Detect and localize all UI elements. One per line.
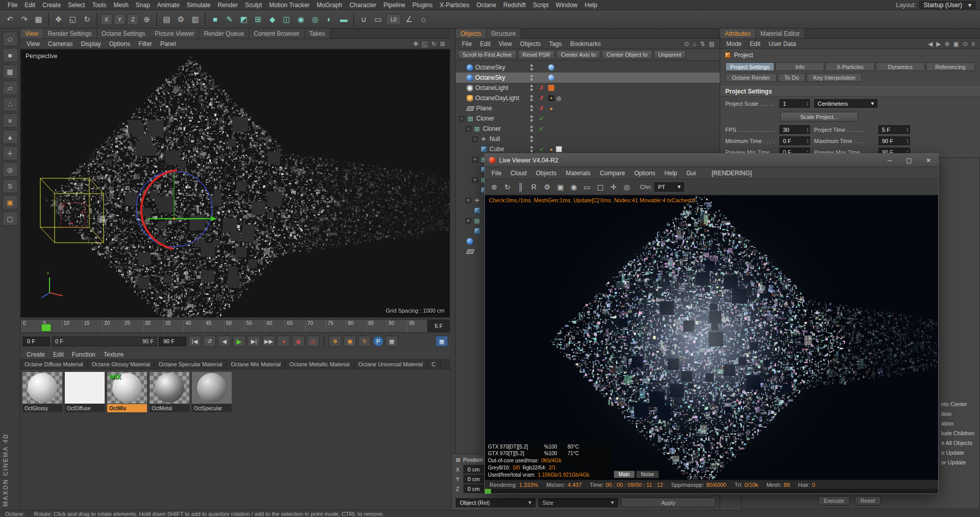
visibility-dots[interactable] <box>530 63 533 72</box>
add-deformer-icon[interactable]: ◆ <box>265 12 279 26</box>
attributes-tab[interactable]: Material Editor <box>756 29 805 38</box>
move-icon[interactable]: ✥ <box>52 12 65 26</box>
object-row[interactable]: OctaneDayLight ✗ ☀◎ <box>456 93 720 103</box>
render-view-icon[interactable]: ▤ <box>160 12 174 26</box>
disabled-state-icon[interactable]: ✗ <box>539 84 544 91</box>
expand-toggle[interactable]: + <box>465 198 471 203</box>
disabled-state-icon[interactable]: ✗ <box>539 105 544 112</box>
viewport-menu-item[interactable]: Options <box>105 40 134 48</box>
material-menu-item[interactable]: Function <box>68 351 100 358</box>
attribute-tab[interactable]: Project Settings <box>725 62 774 71</box>
live-viewer-menu-item[interactable]: Gui <box>681 170 700 177</box>
object-menu-item[interactable]: Bookmarks <box>566 40 605 48</box>
add-cube-icon[interactable]: ■ <box>208 12 222 26</box>
object-menu-item[interactable]: Objects <box>516 40 545 48</box>
object-row[interactable]: Plane ✗ ● <box>456 103 720 113</box>
attributes-menu-item[interactable]: User Data <box>765 40 800 48</box>
material-menu-item[interactable]: Edit <box>49 351 68 358</box>
viewport-3d-view[interactable]: Y Perspective Grid Spacing : 1000 cm <box>20 49 450 318</box>
live-viewer-titlebar[interactable]: Live Viewer V4.04-R2 ─ ▢ ✕ <box>485 154 938 167</box>
polygons-mode-icon[interactable]: ▲ <box>3 130 18 144</box>
add-light-icon[interactable]: ◎ <box>308 12 322 26</box>
coord-mode-dropdown[interactable]: Object (Rel)▾ <box>456 498 535 507</box>
rotate-icon[interactable]: ↻ <box>80 12 94 26</box>
menubar-item[interactable]: X-Particles <box>436 2 473 9</box>
options-icon[interactable]: ≡ <box>971 40 975 48</box>
menubar-item[interactable]: Tools <box>88 2 110 9</box>
texture-mode-icon[interactable]: ▦ <box>3 64 18 79</box>
x-axis-button[interactable]: X <box>101 14 112 25</box>
expand-toggle[interactable]: - <box>472 136 478 142</box>
object-toolbar-button[interactable]: Center Axis to <box>556 50 600 59</box>
menubar-item[interactable]: Mesh <box>110 2 132 9</box>
material-menu-item[interactable]: Create <box>22 351 49 358</box>
viewport-menu-item[interactable]: Filter <box>134 40 156 48</box>
home-icon[interactable]: ⌂ <box>693 40 696 48</box>
y-axis-button[interactable]: Y <box>114 14 126 25</box>
octane-light-tag[interactable] <box>548 85 554 91</box>
material-item[interactable]: OctDiffuse <box>65 372 105 412</box>
visibility-dots[interactable] <box>530 125 533 133</box>
points-mode-icon[interactable]: ∴ <box>3 97 18 111</box>
add-camera-icon[interactable]: ◉ <box>294 12 308 26</box>
keyframe-selection-button[interactable]: ◎ <box>307 336 320 347</box>
lv-pause-icon[interactable]: ║ <box>514 181 527 193</box>
viewport-tab[interactable]: Render Settings <box>43 29 97 38</box>
menubar-item[interactable]: Create <box>39 2 64 9</box>
material-item[interactable]: OctSpecular <box>192 372 232 412</box>
add-floor-icon[interactable]: ▬ <box>337 12 351 26</box>
workplane-icon[interactable]: ▭ <box>371 12 385 26</box>
object-menu-item[interactable]: File <box>458 40 476 48</box>
edges-mode-icon[interactable]: ≡ <box>3 113 18 128</box>
enabled-state-icon[interactable]: ✓ <box>539 146 544 153</box>
viewport-menu-item[interactable]: Display <box>77 40 105 48</box>
undo-icon[interactable]: ↶ <box>3 12 17 26</box>
attribute-value-field[interactable]: 90 F▴▾ <box>878 136 910 145</box>
visibility-dots[interactable] <box>530 104 533 112</box>
menubar-item[interactable]: Select <box>64 2 88 9</box>
material-tab[interactable]: Octane Metallic Material <box>285 360 354 369</box>
live-selection-icon[interactable]: ▦ <box>32 12 45 26</box>
add-field-icon[interactable]: ◫ <box>280 12 293 26</box>
menubar-item[interactable]: Motion Tracker <box>265 2 313 9</box>
keyframe-grid-button[interactable]: ▦ <box>385 336 398 347</box>
add-sky-icon[interactable]: ◐ <box>323 12 336 26</box>
object-row[interactable]: Cube ✓ ● <box>456 144 720 154</box>
visibility-dots[interactable] <box>530 84 533 92</box>
lock-icon[interactable]: ▣ <box>953 40 959 48</box>
paint-icon[interactable]: ▣ <box>3 195 18 209</box>
viewport-tab[interactable]: Content Browser <box>249 29 304 38</box>
menubar-item[interactable]: Simulate <box>183 2 214 9</box>
menubar-item[interactable]: Script <box>529 2 552 9</box>
attribute-tab[interactable]: Key Interpolation <box>806 73 862 82</box>
record-scale-button[interactable]: ▣ <box>344 336 356 347</box>
attribute-value-field[interactable]: 30▴▾ <box>779 125 810 134</box>
attributes-menu-item[interactable]: Mode <box>722 40 746 48</box>
material-item[interactable]: OctMetal <box>150 372 189 412</box>
channel-dropdown[interactable]: PT▾ <box>654 182 684 192</box>
record-rotation-button[interactable]: ↻ <box>358 336 371 347</box>
layer-dot-tag[interactable]: ● <box>548 105 554 111</box>
object-menu-item[interactable]: View <box>495 40 516 48</box>
attribute-tab[interactable]: Info <box>775 62 824 71</box>
material-tab[interactable]: Octane Universal Material <box>354 360 428 369</box>
coord-system-icon[interactable]: ⊕ <box>140 12 154 26</box>
maximize-button[interactable]: ▢ <box>899 154 919 167</box>
expand-toggle[interactable]: - <box>465 126 471 132</box>
lock-axis-button[interactable]: L0 <box>386 14 401 25</box>
attribute-tab[interactable]: Octane Render <box>725 73 777 82</box>
live-viewer-menu-item[interactable]: Compare <box>595 170 629 177</box>
object-menu-item[interactable]: Tags <box>545 40 566 48</box>
convert-icon[interactable]: ◇ <box>3 32 18 46</box>
menubar-item[interactable]: Character <box>346 2 380 9</box>
live-viewer-menu-item[interactable]: Objects <box>531 170 561 177</box>
record-keyframe-button[interactable]: ● <box>277 336 290 347</box>
menubar-item[interactable]: Sculpt <box>241 2 265 9</box>
visibility-dots[interactable] <box>530 145 533 153</box>
snap-icon[interactable]: ∪ <box>357 12 371 26</box>
panel-icon[interactable]: ▤ <box>709 40 715 48</box>
axis-mode-icon[interactable]: ✛ <box>3 146 18 160</box>
model-mode-icon[interactable]: ■ <box>3 48 18 62</box>
previous-frame-button[interactable]: ◀ <box>218 336 231 347</box>
object-row[interactable]: OctaneSky <box>456 62 720 73</box>
